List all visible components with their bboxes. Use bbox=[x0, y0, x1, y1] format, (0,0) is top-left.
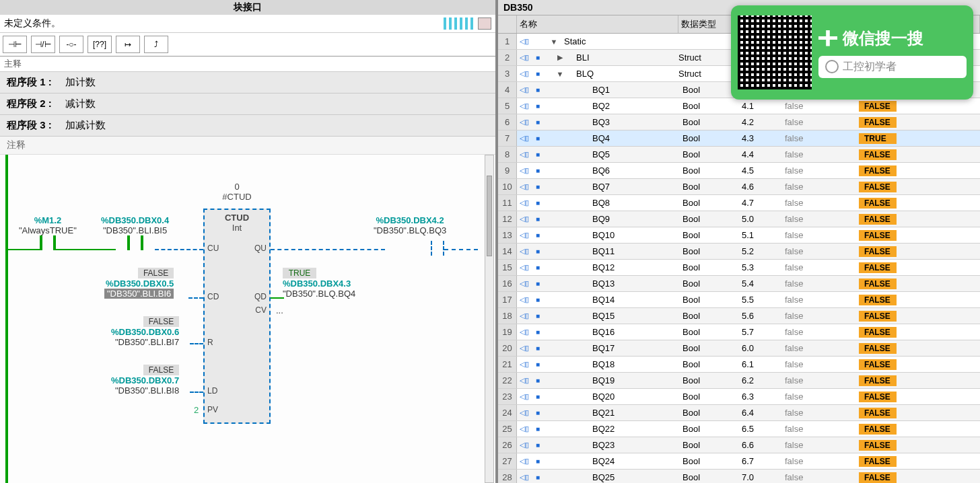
toolbar-button-1[interactable]: ⊣/⊢ bbox=[31, 36, 55, 53]
db-grid[interactable]: 1◁▯▼Static2◁▯■▶BLIStruct3◁▯■▼BLQStruct4◁… bbox=[498, 34, 980, 483]
cell-start: false bbox=[785, 149, 859, 159]
cell-name: BQ5 bbox=[568, 149, 682, 159]
table-row[interactable]: 12◁▯■BQ9Bool5.0falseFALSE bbox=[498, 211, 980, 227]
bullet-icon: ■ bbox=[532, 457, 544, 465]
vertical-scrollbar[interactable] bbox=[485, 155, 494, 483]
table-row[interactable]: 28◁▯■BQ25Bool7.0falseFALSE bbox=[498, 470, 980, 483]
coil-bq3[interactable] bbox=[431, 241, 444, 256]
cell-type: Bool bbox=[682, 165, 742, 176]
row-number: 20 bbox=[498, 340, 517, 356]
tree-toggle-icon[interactable]: ▶ bbox=[544, 53, 564, 62]
network-row-1[interactable]: 程序段 1 :加计数 bbox=[0, 72, 495, 94]
table-row[interactable]: 19◁▯■BQ16Bool5.7falseFALSE bbox=[498, 324, 980, 340]
cell-start: false bbox=[785, 359, 859, 369]
toolbar-button-0[interactable]: ⊣⊢ bbox=[3, 36, 27, 53]
cell-name: BQ14 bbox=[568, 295, 682, 305]
cell-monitor: FALSE bbox=[859, 295, 980, 305]
table-row[interactable]: 26◁▯■BQ23Bool6.6falseFALSE bbox=[498, 437, 980, 453]
scroll-thumb[interactable] bbox=[487, 176, 492, 256]
monitor-badge: FALSE bbox=[859, 198, 897, 209]
table-row[interactable]: 17◁▯■BQ14Bool5.5falseFALSE bbox=[498, 292, 980, 308]
monitor-badge: FALSE bbox=[859, 375, 897, 386]
table-row[interactable]: 24◁▯■BQ21Bool6.4falseFALSE bbox=[498, 405, 980, 421]
network-row-2[interactable]: 程序段 2 :减计数 bbox=[0, 94, 495, 115]
output-bq4[interactable]: TRUE %DB350.DBX4.3 "DB350".BLQ.BQ4 bbox=[283, 268, 355, 299]
ctud-function-block[interactable]: CTUD Int CU CD R LD PV QU QD CV bbox=[203, 209, 271, 424]
pin-r: R bbox=[207, 338, 213, 347]
table-row[interactable]: 11◁▯■BQ8Bool4.7falseFALSE bbox=[498, 195, 980, 211]
toolbar-button-2[interactable]: -○- bbox=[59, 36, 83, 53]
db-tag-icon: ◁▯ bbox=[517, 408, 532, 417]
table-row[interactable]: 21◁▯■BQ18Bool6.1falseFALSE bbox=[498, 357, 980, 373]
toolbar-button-5[interactable]: ⤴ bbox=[144, 36, 168, 53]
input-bi8[interactable]: FALSE %DB350.DBX0.7 "DB350".BLI.BI8 bbox=[111, 365, 179, 396]
table-row[interactable]: 8◁▯■BQ5Bool4.4falseFALSE bbox=[498, 147, 980, 163]
cell-type: Bool bbox=[682, 101, 742, 111]
overlay-search-field[interactable]: 工控初学者 bbox=[818, 56, 967, 78]
cell-name: BLI bbox=[564, 52, 678, 63]
row-number: 22 bbox=[498, 373, 517, 388]
table-row[interactable]: 9◁▯■BQ6Bool4.5falseFALSE bbox=[498, 163, 980, 179]
input-bi7[interactable]: FALSE %DB350.DBX0.6 "DB350".BLI.BI7 bbox=[111, 316, 179, 347]
col-type[interactable]: 数据类型 bbox=[678, 15, 738, 33]
cell-type: Bool bbox=[682, 198, 742, 208]
ctud-block-type: Int bbox=[205, 223, 269, 233]
cell-type: Bool bbox=[682, 408, 742, 418]
section-label: 主释 bbox=[0, 57, 495, 72]
row-number: 27 bbox=[498, 453, 517, 469]
cell-offset: 6.7 bbox=[742, 456, 785, 466]
ladder-canvas[interactable]: 0 #CTUD CTUD Int CU CD R LD PV QU QD CV bbox=[0, 155, 495, 483]
toolbar-button-4[interactable]: ↦ bbox=[116, 36, 140, 53]
cell-start: false bbox=[785, 230, 859, 240]
cell-start: false bbox=[785, 117, 859, 127]
comment-label[interactable]: 注释 bbox=[0, 137, 495, 155]
cell-name: Static bbox=[564, 36, 678, 46]
cell-offset: 5.2 bbox=[742, 246, 785, 256]
cell-offset: 6.6 bbox=[742, 440, 785, 450]
monitor-badge: FALSE bbox=[859, 311, 897, 322]
db-tag-icon: ◁▯ bbox=[517, 263, 532, 272]
cell-start: false bbox=[785, 392, 859, 402]
cell-name: BQ2 bbox=[568, 101, 682, 111]
monitor-badge: FALSE bbox=[859, 149, 897, 160]
monitor-badge: FALSE bbox=[859, 246, 897, 257]
network-title: 加计数 bbox=[65, 76, 96, 89]
input-bi6[interactable]: FALSE %DB350.DBX0.5 "DB350".BLI.BI6 bbox=[104, 268, 174, 299]
bullet-icon: ■ bbox=[532, 280, 544, 287]
addr-label: %DB350.DBX0.5 bbox=[106, 278, 174, 289]
pv-value[interactable]: 2 bbox=[194, 405, 199, 415]
condition-toggle-button[interactable] bbox=[478, 17, 491, 30]
cell-name: BQ1 bbox=[568, 85, 682, 95]
table-row[interactable]: 27◁▯■BQ24Bool6.7falseFALSE bbox=[498, 453, 980, 470]
cell-type: Struct bbox=[678, 52, 738, 63]
table-row[interactable]: 13◁▯■BQ10Bool5.1falseFALSE bbox=[498, 227, 980, 244]
row-number: 13 bbox=[498, 227, 517, 243]
table-row[interactable]: 6◁▯■BQ3Bool4.2falseFALSE bbox=[498, 114, 980, 131]
table-row[interactable]: 22◁▯■BQ19Bool6.2falseFALSE bbox=[498, 373, 980, 389]
table-row[interactable]: 18◁▯■BQ15Bool5.6falseFALSE bbox=[498, 308, 980, 324]
cell-name: BQ24 bbox=[568, 456, 682, 466]
row-number: 6 bbox=[498, 114, 517, 130]
table-row[interactable]: 7◁▯■BQ4Bool4.3falseTRUE bbox=[498, 131, 980, 147]
contact-bi5[interactable]: %DB350.DBX0.4 "DB350".BLI.BI5 bbox=[101, 215, 169, 250]
table-row[interactable]: 14◁▯■BQ11Bool5.2falseFALSE bbox=[498, 244, 980, 260]
db-tag-icon: ◁▯ bbox=[517, 69, 532, 78]
table-row[interactable]: 20◁▯■BQ17Bool6.0falseFALSE bbox=[498, 340, 980, 357]
table-row[interactable]: 5◁▯■BQ2Bool4.1falseFALSE bbox=[498, 98, 980, 114]
cell-monitor: FALSE bbox=[859, 359, 980, 370]
toolbar-button-3[interactable]: [??] bbox=[88, 36, 112, 53]
contact-m12[interactable]: %M1.2 "AlwaysTRUE" bbox=[19, 215, 77, 250]
table-row[interactable]: 15◁▯■BQ12Bool5.3falseFALSE bbox=[498, 260, 980, 276]
tree-toggle-icon[interactable]: ▼ bbox=[544, 70, 564, 78]
col-name[interactable]: 名称 bbox=[517, 15, 678, 33]
tree-toggle-icon[interactable]: ▼ bbox=[544, 38, 564, 46]
table-row[interactable]: 23◁▯■BQ20Bool6.3falseFALSE bbox=[498, 389, 980, 405]
table-row[interactable]: 16◁▯■BQ13Bool5.4falseFALSE bbox=[498, 276, 980, 292]
table-row[interactable]: 10◁▯■BQ7Bool4.6falseFALSE bbox=[498, 179, 980, 195]
cell-name: BQ4 bbox=[568, 133, 682, 143]
pin-pv: PV bbox=[207, 405, 218, 414]
table-row[interactable]: 25◁▯■BQ22Bool6.5falseFALSE bbox=[498, 421, 980, 437]
network-row-3[interactable]: 程序段 3 :加减计数 bbox=[0, 115, 495, 137]
network-title: 加减计数 bbox=[65, 119, 106, 132]
output-bq3[interactable]: %DB350.DBX4.2 "DB350".BLQ.BQ3 bbox=[374, 215, 446, 235]
